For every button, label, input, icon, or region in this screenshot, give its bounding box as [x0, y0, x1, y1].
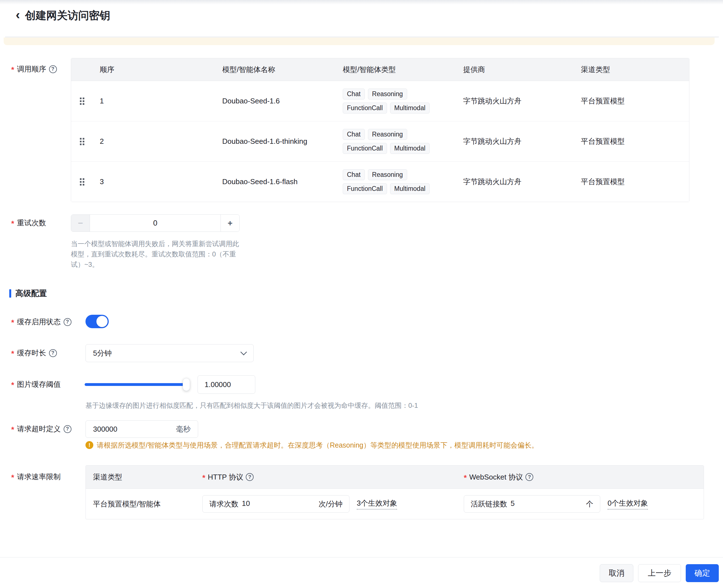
timeout-warning: ! 请根据所选模型/智能体类型与使用场景，合理配置请求超时。在深度思考（Reas…	[85, 441, 538, 449]
row-provider: 字节跳动火山方舟	[456, 81, 574, 121]
tag-functioncall: FunctionCall	[343, 143, 387, 154]
warning-icon: !	[85, 441, 93, 449]
back-icon[interactable]: ‹	[16, 8, 20, 21]
cache-duration-select[interactable]: 5分钟	[85, 344, 254, 362]
image-cache-threshold-label-text: 图片缓存阈值	[17, 379, 61, 389]
retry-label-text: 重试次数	[17, 218, 46, 228]
tag-chat: Chat	[343, 169, 365, 180]
help-icon[interactable]: ?	[49, 349, 57, 357]
required-marker: *	[11, 219, 14, 228]
required-marker: *	[464, 474, 467, 482]
row-provider: 字节跳动火山方舟	[456, 121, 574, 162]
drag-handle-icon[interactable]	[80, 98, 84, 105]
model-type-tags: Chat Reasoning FunctionCall Multimodal	[343, 127, 437, 155]
required-marker: *	[11, 318, 14, 327]
request-timeout-value: 300000	[93, 425, 118, 434]
header-divider	[5, 37, 719, 37]
required-marker: *	[11, 425, 14, 434]
table-row: 3 Doubao-Seed-1.6-flash Chat Reasoning F…	[71, 162, 689, 202]
tag-chat: Chat	[343, 129, 365, 140]
col-type: 模型/智能体类型	[336, 58, 456, 81]
cache-enabled-label-text: 缓存启用状态	[17, 317, 61, 327]
threshold-input[interactable]: 1.00000	[197, 375, 255, 394]
stepper-plus-button[interactable]: +	[220, 215, 239, 231]
page-top-shade	[0, 0, 723, 4]
required-marker: *	[11, 474, 14, 482]
col-order: 顺序	[93, 58, 215, 81]
col-channel: 渠道类型	[574, 58, 689, 81]
rate-limit-label: * 请求速率限制	[11, 472, 61, 482]
advanced-section-heading: 高级配置	[9, 288, 47, 299]
table-row: 2 Doubao-Seed-1.6-thinking Chat Reasonin…	[71, 121, 689, 162]
retry-label: * 重试次数	[11, 218, 46, 228]
table-row: 1 Doubao-Seed-1.6 Chat Reasoning Functio…	[71, 81, 689, 121]
rate-limit-table: 渠道类型 * HTTP 协议 ? * WebSocket 协议 ? 平台预置模型…	[85, 465, 704, 519]
tag-multimodal: Multimodal	[390, 143, 430, 154]
col-http-protocol: * HTTP 协议 ?	[195, 465, 456, 488]
request-timeout-label: * 请求超时定义 ?	[11, 424, 71, 434]
request-timeout-label-text: 请求超时定义	[17, 424, 61, 434]
websocket-protocol-header-text: WebSocket 协议	[469, 472, 523, 482]
col-websocket-protocol: * WebSocket 协议 ?	[456, 465, 704, 488]
cache-duration-label: * 缓存时长 ?	[11, 348, 57, 358]
http-protocol-header-text: HTTP 协议	[208, 472, 243, 482]
tag-multimodal: Multimodal	[390, 103, 430, 113]
toggle-knob	[97, 316, 108, 327]
retry-stepper: − 0 +	[71, 214, 240, 232]
help-icon[interactable]: ?	[64, 425, 71, 433]
page-title: 创建网关访问密钥	[25, 8, 110, 23]
tag-chat: Chat	[343, 88, 365, 100]
drag-handle-icon[interactable]	[80, 138, 84, 145]
threshold-slider-handle[interactable]	[183, 378, 190, 391]
tag-multimodal: Multimodal	[390, 183, 430, 194]
http-effective-objects-link[interactable]: 3个生效对象	[357, 498, 397, 509]
model-type-tags: Chat Reasoning FunctionCall Multimodal	[343, 168, 437, 196]
stepper-minus-button[interactable]: −	[71, 215, 90, 231]
help-icon[interactable]: ?	[64, 318, 71, 326]
cache-enabled-label: * 缓存启用状态 ?	[11, 317, 71, 327]
help-icon[interactable]: ?	[526, 473, 533, 481]
previous-step-button[interactable]: 上一步	[638, 564, 681, 582]
retry-count-input[interactable]: 0	[90, 215, 220, 231]
tag-reasoning: Reasoning	[368, 129, 407, 140]
row-model-name: Doubao-Seed-1.6-flash	[215, 162, 336, 202]
tag-reasoning: Reasoning	[368, 169, 407, 180]
drag-column-header	[71, 58, 93, 81]
footer-divider	[0, 557, 723, 558]
help-icon[interactable]: ?	[49, 65, 57, 73]
row-model-name: Doubao-Seed-1.6-thinking	[215, 121, 336, 162]
websocket-effective-objects-link[interactable]: 0个生效对象	[608, 498, 648, 509]
footer-actions: 取消 上一步 确定	[600, 564, 719, 582]
timeout-warning-text: 请根据所选模型/智能体类型与使用场景，合理配置请求超时。在深度思考（Reason…	[97, 441, 538, 449]
tag-reasoning: Reasoning	[368, 88, 407, 100]
http-rate-value: 10	[242, 499, 250, 509]
cache-enabled-toggle[interactable]	[85, 315, 109, 328]
websocket-rate-input[interactable]: 活跃链接数 5 个	[464, 495, 600, 512]
rate-channel-type: 平台预置模型/智能体	[86, 489, 195, 519]
row-channel: 平台预置模型	[574, 81, 689, 121]
websocket-rate-prefix: 活跃链接数	[471, 499, 507, 509]
notice-banner	[4, 38, 715, 45]
confirm-button[interactable]: 确定	[686, 564, 719, 582]
row-provider: 字节跳动火山方舟	[456, 162, 574, 202]
drag-handle-icon[interactable]	[80, 178, 84, 186]
threshold-slider-track[interactable]	[85, 383, 189, 386]
tag-functioncall: FunctionCall	[343, 103, 387, 113]
required-marker: *	[11, 350, 14, 358]
page-header: ‹ 创建网关访问密钥	[16, 8, 110, 23]
section-accent-bar	[9, 289, 11, 298]
tag-functioncall: FunctionCall	[343, 183, 387, 194]
col-channel-type: 渠道类型	[86, 465, 195, 488]
cancel-button[interactable]: 取消	[600, 564, 633, 582]
request-timeout-unit: 毫秒	[176, 424, 191, 434]
call-order-table: 顺序 模型/智能体名称 模型/智能体类型 提供商 渠道类型 1 Doubao-S…	[71, 58, 689, 202]
cache-duration-label-text: 缓存时长	[17, 348, 46, 358]
request-timeout-input[interactable]: 300000 毫秒	[85, 420, 198, 438]
row-channel: 平台预置模型	[574, 121, 689, 162]
help-icon[interactable]: ?	[246, 473, 254, 481]
http-rate-unit: 次/分钟	[319, 499, 342, 509]
row-order: 2	[93, 121, 215, 162]
websocket-rate-unit: 个	[586, 499, 593, 509]
row-channel: 平台预置模型	[574, 162, 689, 202]
http-rate-input[interactable]: 请求次数 10 次/分钟	[202, 495, 349, 512]
